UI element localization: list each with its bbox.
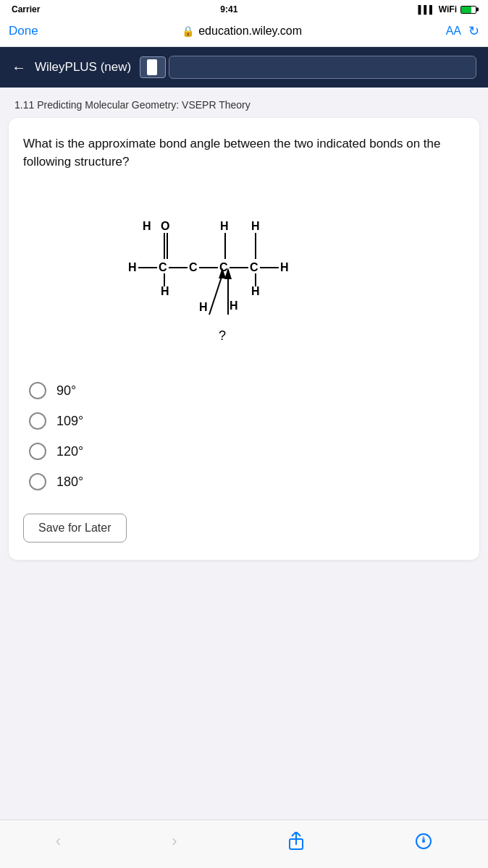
question-card: What is the approximate bond angle betwe… (9, 118, 479, 560)
battery-icon (460, 6, 476, 14)
svg-text:C: C (189, 261, 198, 273)
svg-text:H: H (251, 285, 260, 297)
option-180[interactable]: 180° (29, 473, 465, 490)
forward-button[interactable]: › (157, 829, 191, 854)
lock-icon: 🔒 (182, 25, 194, 37)
signal-icon: ▌▌▌ (418, 5, 434, 14)
refresh-button[interactable]: ↻ (468, 23, 479, 39)
option-90-label: 90° (56, 383, 76, 399)
save-later-button[interactable]: Save for Later (23, 514, 127, 542)
molecule-diagram: H C C C C H O (23, 188, 465, 362)
radio-109[interactable] (29, 412, 46, 430)
option-180-label: 180° (56, 475, 83, 490)
toggle-switch[interactable] (140, 56, 166, 78)
svg-text:O: O (161, 220, 169, 232)
bottom-nav: ‹ › (0, 820, 488, 868)
molecule-svg: H C C C C H O (121, 188, 367, 362)
option-120-label: 120° (56, 444, 83, 459)
aa-button[interactable]: AA (446, 25, 461, 38)
svg-text:C: C (159, 261, 167, 273)
svg-text:C: C (219, 261, 228, 273)
option-120[interactable]: 120° (29, 443, 465, 460)
breadcrumb: 1.11 Predicting Molecular Geometry: VSEP… (0, 88, 488, 118)
wifi-icon: WiFi (439, 4, 457, 14)
radio-180[interactable] (29, 473, 46, 490)
svg-text:H: H (199, 301, 208, 313)
svg-text:?: ? (219, 328, 226, 343)
svg-text:H: H (128, 261, 137, 273)
svg-text:H: H (220, 220, 229, 232)
carrier-left: Carrier (12, 4, 40, 14)
radio-120[interactable] (29, 443, 46, 460)
url-bar: 🔒 education.wiley.com (46, 25, 439, 38)
back-button[interactable]: ‹ (41, 829, 75, 854)
nav-search-input[interactable] (169, 56, 476, 79)
svg-text:H: H (251, 220, 260, 232)
done-button[interactable]: Done (9, 24, 38, 38)
svg-text:H: H (143, 220, 151, 232)
time: 9:41 (220, 4, 237, 14)
url-text: education.wiley.com (198, 25, 302, 38)
question-text: What is the approximate bond angle betwe… (23, 135, 465, 171)
nav-bar: ← WileyPLUS (new) (0, 47, 488, 88)
option-90[interactable]: 90° (29, 382, 465, 399)
svg-text:H: H (230, 299, 238, 312)
status-bar: Carrier 9:41 ▌▌▌ WiFi (0, 0, 488, 17)
svg-text:C: C (250, 261, 258, 273)
compass-button[interactable] (400, 830, 447, 853)
nav-input-container (140, 56, 476, 79)
svg-text:H: H (161, 285, 169, 297)
share-button[interactable] (274, 829, 319, 854)
svg-line-19 (209, 275, 222, 315)
radio-90[interactable] (29, 382, 46, 399)
options-list: 90° 109° 120° 180° (23, 382, 465, 490)
option-109-label: 109° (56, 414, 83, 429)
option-109[interactable]: 109° (29, 412, 465, 430)
svg-text:H: H (280, 261, 289, 273)
status-right: ▌▌▌ WiFi (418, 4, 476, 14)
nav-title: WileyPLUS (new) (35, 60, 131, 75)
back-arrow-icon[interactable]: ← (12, 59, 26, 76)
browser-bar: Done 🔒 education.wiley.com AA ↻ (0, 17, 488, 47)
